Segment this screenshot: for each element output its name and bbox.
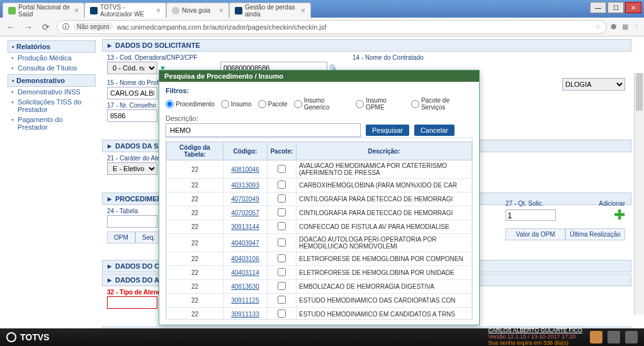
tab-3[interactable]: Gestão de perdas ainda× — [229, 3, 311, 18]
btn-pesquisar[interactable]: Pesquisar — [366, 125, 409, 136]
cell-pacote — [268, 206, 297, 220]
checkbox-pacote[interactable] — [278, 282, 286, 290]
reload-button[interactable]: ⟳ — [39, 20, 53, 34]
checkbox-pacote[interactable] — [278, 194, 286, 203]
modal-pesquisa: Pesquisa de Procedimento / Insumo Filtro… — [159, 70, 480, 325]
back-button[interactable]: ← — [4, 20, 18, 34]
checkbox-pacote[interactable] — [278, 296, 286, 304]
radio-insumo[interactable]: Insumo — [221, 100, 252, 108]
radio-procedimento[interactable]: Procedimento — [166, 100, 215, 108]
radio-generico[interactable]: Insumo Generico — [294, 97, 349, 111]
btn-valor-opm[interactable]: Valor da OPM — [506, 228, 565, 240]
checkbox-pacote[interactable] — [278, 208, 286, 216]
link-codigo[interactable]: 40702049 — [231, 196, 259, 203]
link-codigo[interactable]: 40403106 — [231, 255, 259, 262]
link-codigo[interactable]: 30913144 — [231, 223, 259, 230]
cell-codigo: 40810046 — [223, 160, 268, 179]
cell-descricao: ESTUDO HEMODINAMICO DAS CARDIOPATIAS CON — [297, 294, 472, 308]
info-icon[interactable]: ⓘ — [62, 22, 69, 31]
close-icon[interactable]: × — [219, 6, 223, 15]
adblock-icon[interactable]: ⬢ — [611, 23, 617, 31]
select-especialidade[interactable]: DLOGIA — [562, 78, 625, 91]
section-solicitante[interactable]: DADOS DO SOLICITANTE — [102, 39, 631, 52]
select-carater[interactable]: E - Eletivo — [107, 162, 157, 175]
link-codigo[interactable]: 30911133 — [231, 311, 259, 318]
exit-icon[interactable] — [625, 331, 638, 343]
select-cod-operadora[interactable]: 0 - Cód. na Op. — [107, 62, 157, 74]
link-codigo[interactable]: 40403947 — [231, 240, 259, 247]
checkbox-pacote[interactable] — [278, 222, 286, 230]
btn-opm[interactable]: OPM — [107, 232, 135, 243]
sidebar-section-demonstrativo[interactable]: Demonstrativo — [8, 74, 96, 87]
checkbox-pacote[interactable] — [278, 238, 286, 247]
sidebar-item-tiss[interactable]: Solicitações TISS do Prestador — [8, 97, 96, 114]
cell-descricao: EMBOLIZACAO DE HEMORRAGIA DIGESTIVA — [297, 280, 472, 294]
addressbar: ← → ⟳ ⓘ Não seguro wac.unimedcampanha.co… — [0, 18, 644, 36]
lock-icon[interactable] — [607, 331, 620, 343]
cell-pacote — [268, 179, 297, 193]
close-icon[interactable]: × — [156, 6, 161, 15]
favicon — [172, 7, 179, 14]
toolbar-icons: ⬢ ▦ ⋮ — [611, 23, 640, 31]
scroll-thumb[interactable] — [636, 73, 643, 111]
maximize-button[interactable]: ☐ — [607, 2, 624, 13]
radio-opme[interactable]: Insumo OPME — [356, 97, 405, 111]
star-icon[interactable]: ☆ — [595, 23, 601, 31]
cell-pacote — [268, 252, 297, 266]
input-conselho[interactable] — [107, 109, 157, 122]
input-tabela[interactable] — [107, 215, 157, 228]
link-codigo[interactable]: 30911125 — [231, 297, 259, 304]
input-tipo-atend[interactable] — [107, 296, 157, 309]
minimize-button[interactable]: — — [590, 2, 606, 13]
input-qt-solic[interactable] — [506, 209, 556, 221]
tab-0[interactable]: Portal Nacional de Saúd× — [3, 3, 84, 18]
search-input[interactable] — [166, 123, 361, 137]
extension-icon[interactable]: ▦ — [622, 23, 628, 31]
url-bar[interactable]: ⓘ Não seguro wac.unimedcampanha.com.br/a… — [57, 20, 607, 34]
tab-2[interactable]: Nova guia× — [166, 3, 229, 18]
logo-icon — [6, 332, 16, 342]
sidebar-item-producao[interactable]: Produção Médica — [8, 53, 96, 63]
table-row: 2240810046AVALIACAO HEMODINAMICA POR CAT… — [167, 160, 472, 179]
cell-codigo: 40313093 — [223, 179, 268, 193]
btn-cancelar[interactable]: Cancelar — [414, 125, 455, 136]
checkbox-pacote[interactable] — [278, 310, 286, 318]
link-codigo[interactable]: 40810046 — [231, 166, 259, 173]
sidebar-item-pagamento[interactable]: Pagamento do Prestador — [8, 114, 96, 132]
link-codigo[interactable]: 40403114 — [231, 269, 259, 276]
tab-1[interactable]: TOTVS - Autorizador WE× — [84, 3, 166, 18]
sidebar-section-relatorios[interactable]: Relatórios — [8, 40, 96, 53]
btn-seq[interactable]: Seq. — [135, 232, 162, 243]
close-icon[interactable]: × — [301, 6, 305, 15]
cell-pacote — [268, 308, 297, 320]
browser-titlebar: Portal Nacional de Saúd× TOTVS - Autoriz… — [0, 0, 644, 18]
cell-codigo: 40702049 — [223, 193, 268, 206]
link-codigo[interactable]: 40813630 — [231, 283, 259, 290]
cell-tabela: 22 — [167, 160, 223, 179]
label-24: 24 - Tabela — [107, 208, 157, 215]
checkbox-pacote[interactable] — [278, 268, 286, 276]
th-codigo: Código: — [223, 142, 268, 160]
cell-tabela: 22 — [167, 266, 223, 280]
link-codigo[interactable]: 40313093 — [231, 182, 259, 189]
sidebar-item-consulta[interactable]: Consulta de Títulos — [8, 63, 96, 73]
close-icon[interactable]: × — [74, 6, 79, 15]
brand-text: TOTVS — [20, 332, 49, 342]
input-profissional[interactable] — [107, 87, 157, 99]
link-codigo[interactable]: 40702057 — [231, 209, 259, 216]
home-icon[interactable] — [590, 331, 602, 343]
cell-descricao: ELETROFORESE DE HEMOGLOBINA POR COMPONEN — [297, 252, 472, 266]
close-button[interactable]: ✕ — [625, 2, 641, 13]
checkbox-pacote[interactable] — [278, 181, 286, 189]
checkbox-pacote[interactable] — [278, 165, 286, 173]
add-icon[interactable]: ✚ — [614, 207, 625, 223]
scrollbar[interactable] — [634, 73, 644, 315]
btn-ultima-realizacao[interactable]: Última Realização — [565, 228, 625, 240]
radio-pacote[interactable]: Pacote — [258, 100, 288, 108]
sidebar-item-inss[interactable]: Demonstrativo INSS — [8, 87, 96, 97]
menu-icon[interactable]: ⋮ — [633, 23, 640, 31]
checkbox-pacote[interactable] — [278, 254, 286, 262]
cell-tabela: 22 — [167, 220, 223, 234]
forward-button[interactable]: → — [21, 20, 35, 34]
radio-pacote-serv[interactable]: Pacote de Serviços — [411, 97, 473, 111]
